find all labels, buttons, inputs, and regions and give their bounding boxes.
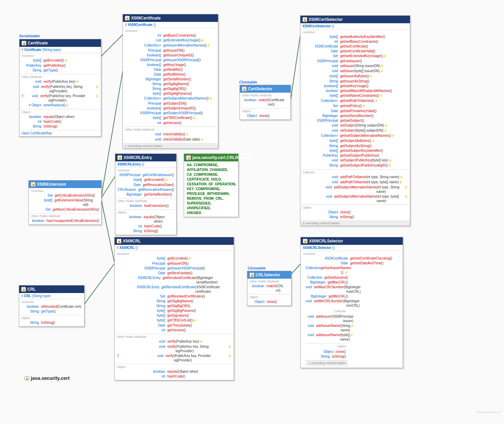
cert-icon: 🔒 xyxy=(22,41,26,45)
method-row: intgetVersion () xyxy=(125,121,216,125)
method-row: BigIntegergetSerialNumber () xyxy=(125,77,216,81)
method-row: booleanmatch (Certificate cert) xyxy=(242,98,288,107)
method-row: Collection>get/setPathToNames () ⚡ xyxy=(302,98,408,103)
method-row: X509CRLEntrygetRevokedCertificate (BigIn… xyxy=(117,276,232,284)
method-row: voidverify (PublicKey key) ⚡ xyxy=(117,339,232,344)
class-title: 🔒java.security.cert.CRLReason xyxy=(184,154,238,161)
method-row: X500Principalget/setIssuer () xyxy=(302,59,408,63)
section-other: Other Public Methods xyxy=(125,128,216,131)
class-x509certificate: 🔒X509Certificate# X509Certificate ()Acce… xyxy=(122,14,218,149)
method-row: byte[]getEncoded () ⚡ xyxy=(117,177,174,182)
class-x509crl: 🔒X509CRL# X509CRL ()Accessorbyte[]getEnc… xyxy=(114,237,234,381)
method-row: PublicKeyget/setSubjectPublicKey () xyxy=(302,153,408,158)
method-row: DategetNextUpdate () xyxy=(117,271,232,275)
cert-icon: 🔒 xyxy=(117,155,122,160)
class-title: 🔒X509CertSelector xyxy=(300,16,410,23)
method-row: boolean[]get/setKeyUsage () xyxy=(302,84,408,88)
method-row: X500PrincipalgetCertificateIssuer () xyxy=(117,173,174,177)
method-row: Collection>getIssuerAlternativeNames () … xyxy=(125,43,216,48)
method-row: BigIntegergetMinCRL () xyxy=(306,294,348,299)
method-row: # ObjectwriteReplace () ⚡ xyxy=(22,103,99,108)
method-row: byte[]getIssuerAsBytes () ⚡ xyxy=(302,74,408,79)
method-row: boolean[]getKeyUsage () xyxy=(125,63,216,67)
method-row: X509Certificateget/setCertificateCheckin… xyxy=(303,256,401,261)
method-row: booleanequals (Object other) xyxy=(117,215,174,224)
section-object: Object xyxy=(242,109,288,113)
method-row: voidsetSubject (byte[] subjectDN) ⚡ xyxy=(302,128,408,133)
stereotype-cloneable-2: Cloneable xyxy=(248,266,266,270)
method-row: byte[]getTBSCertList () ⚡ xyxy=(117,318,232,323)
method-row: inthashCode () xyxy=(117,374,232,379)
method-row: byte[]getSignature () xyxy=(117,313,232,318)
method-row: Collection>getSubjectAlternativeNames ()… xyxy=(125,96,216,101)
method-row: booleanequals (Object other) xyxy=(22,115,99,119)
method-row: StringgetIssuerAsString () xyxy=(302,79,408,83)
method-row: !voidverify (PublicKey key, Provider sig… xyxy=(117,354,232,362)
method-row: voidverify (PublicKey key) ⚡ xyxy=(22,79,99,84)
method-row: voidcheckValidity () ⚡ xyxy=(125,132,216,137)
method-row: X509CRLEntrygetRevokedCertificate (X509C… xyxy=(117,285,232,294)
method-row: DategetRevocationDate () xyxy=(117,183,174,187)
method-row: X500Principalget/setSubject () xyxy=(302,118,408,123)
class-title: 🔒X509CRLEntry xyxy=(115,154,176,161)
method-row: inthashCode () xyxy=(22,119,99,124)
method-row: voidsetSubject (String subjectDN) ⚡ xyxy=(302,123,408,128)
section-other: Other Public Methods xyxy=(242,94,288,97)
method-row: !voidverify (PublicKey key, Provider sig… xyxy=(22,94,99,103)
method-row: boolean[]getIssuerUniqueID () xyxy=(125,53,216,57)
method-row: StringtoString () xyxy=(117,229,174,233)
method-row: StringgetType () xyxy=(21,309,82,314)
method-row: X500PrincipalgetIssuerX500Principal () xyxy=(125,58,216,62)
class-title: 🔒CRLSelector xyxy=(247,271,291,279)
method-row: voidaddIssuerName (byte[] name) ⚡ xyxy=(308,333,346,342)
section-accessor: Accessor xyxy=(31,189,99,193)
section-other: Other Public Methods xyxy=(117,335,232,339)
section-accessor: Accessor xyxy=(303,252,401,255)
method-row: byte[]getExtensionValue (String oid) xyxy=(31,198,99,207)
section-other: Other Public Methods xyxy=(117,199,174,203)
method-row: byte[]getTBSCertificate () ⚡ xyxy=(125,116,216,120)
method-row: PrincipalgetSubjectDN () xyxy=(125,101,216,106)
constructor: X509CRLEntry () xyxy=(115,161,176,168)
method-row: StringgetSubjectAsString () xyxy=(302,144,408,148)
svg-line-2 xyxy=(101,174,116,198)
method-row: voidsetMaxCRLNumber (BigInteger maxCRL) xyxy=(306,285,348,294)
svg-line-4 xyxy=(84,263,115,304)
method-row: StringgetType () xyxy=(22,68,99,72)
watermark: www.falkhausen.de xyxy=(477,411,501,414)
method-row: booleanequals (Object other) xyxy=(117,369,232,374)
method-row: StringtoString () xyxy=(22,124,99,129)
class-title: 🔒CRL xyxy=(19,286,84,293)
class-ref: class CertificateRep xyxy=(20,130,101,136)
constructor: X509CRLSelector () xyxy=(301,245,403,251)
method-row: voidcheckValidity (Date date) ⚡ xyxy=(125,137,216,142)
method-row: DategetNotBefore () xyxy=(125,72,216,77)
method-row: CRLReasongetRevocationReason () xyxy=(117,187,174,192)
svg-line-3 xyxy=(101,198,115,263)
method-row: StringgetSigAlgOID () xyxy=(117,304,232,308)
enum-crlreason: 🔒java.security.cert.CRLReasonAA_COMPROMI… xyxy=(184,154,238,217)
class-x509crlentry: 🔒X509CRLEntry X509CRLEntry ()AccessorX50… xyxy=(115,154,177,235)
method-row: byte[]getEncoded () ⚡ xyxy=(22,58,99,63)
footer-note: 1 overriding method hidden xyxy=(123,144,218,148)
method-row: voidverify (PublicKey key, String sigPro… xyxy=(22,84,99,93)
section-object: Object xyxy=(117,211,174,214)
stereotype-serializable: Serializable xyxy=(19,34,40,38)
class-title: 🔒Certificate xyxy=(20,39,101,47)
method-row: booleanget/setMatchAllSubjectAltNames () xyxy=(302,89,408,93)
method-row: byte[]getEncoded () ⚡ xyxy=(117,256,232,261)
method-row: Collection>get/setSubjectAlternativeName… xyxy=(302,133,408,138)
method-row: StringtoString () xyxy=(21,320,82,325)
method-row: DategetNotAfter () xyxy=(125,67,216,72)
method-row: voidsetIssuer (String issuerDN) ⚡ xyxy=(302,64,408,68)
section-object: Object xyxy=(21,316,82,320)
method-row: X500PrincipalgetIssuerX500Principal () xyxy=(117,266,232,270)
method-row: boolean[]getSubjectUniqueID () xyxy=(125,106,216,110)
method-row: X509Certificateget/setCertificate () xyxy=(302,44,408,49)
class-crl: 🔒CRL# CRL (String type)Accessorbooleanis… xyxy=(19,285,85,327)
method-row: booleanmatch (CRL crl) xyxy=(249,284,289,293)
method-row: intgetBasicConstraints () xyxy=(125,33,216,38)
method-row: PrincipalgetIssuerDN () xyxy=(117,261,232,266)
method-row: booleanhasExtensions () xyxy=(117,203,174,208)
method-row: byte[]get/setSubjectKeyIdentifier () xyxy=(302,148,408,153)
